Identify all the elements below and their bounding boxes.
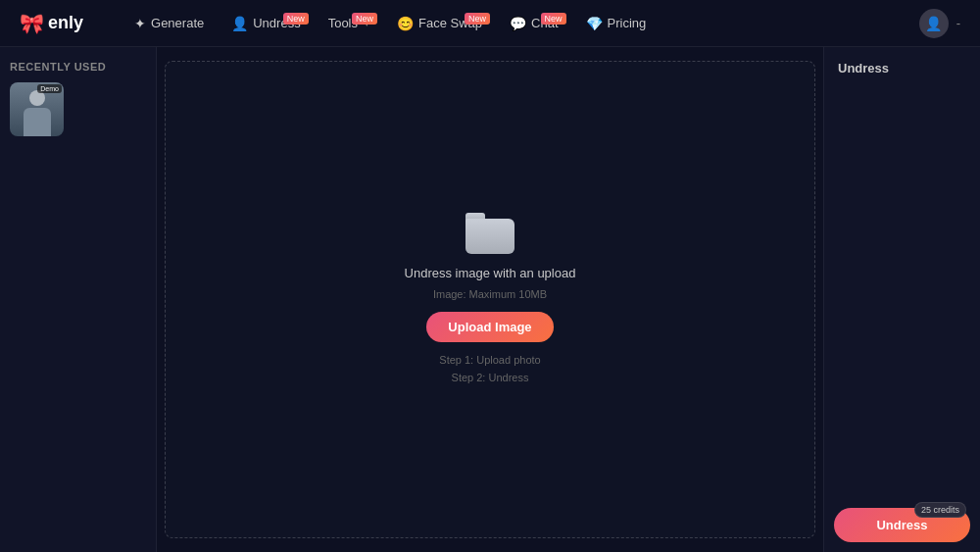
nav-generate[interactable]: ✦ Generate (122, 11, 216, 36)
avatar[interactable]: 👤 (919, 9, 949, 38)
sidebar: Recently used Demo (0, 47, 157, 552)
header-right: 👤 - (919, 9, 960, 38)
folder-icon (466, 213, 514, 254)
pricing-icon: 💎 (586, 16, 603, 31)
nav-generate-label: Generate (151, 16, 204, 30)
credits-badge: 25 credits (914, 502, 966, 518)
folder-body (466, 219, 514, 254)
recently-used-item[interactable]: Demo (10, 82, 64, 136)
recently-item-badge: Demo (37, 84, 62, 93)
nav-tools[interactable]: Tools ▾ New (317, 11, 381, 35)
nav-chat[interactable]: 💬 Chat New (498, 11, 569, 36)
upload-step1: Step 1: Upload photo (439, 354, 540, 366)
main-nav: ✦ Generate 👤 Undress New Tools ▾ New 😊 F… (122, 11, 919, 36)
nav-faceswap[interactable]: 😊 Face Swap New (385, 11, 494, 36)
upload-title: Undress image with an upload (405, 266, 576, 280)
undress-badge: New (283, 13, 309, 25)
upload-steps: Step 1: Upload photo Step 2: Undress (439, 352, 540, 386)
upload-content: Undress image with an upload Image: Maxi… (405, 213, 576, 386)
right-panel: Undress 25 credits Undress (823, 47, 980, 552)
header-dash: - (956, 16, 960, 30)
header: 🎀 enly ✦ Generate 👤 Undress New Tools ▾ … (0, 0, 980, 47)
faceswap-icon: 😊 (397, 16, 414, 31)
main-content: Recently used Demo Undress image with an… (0, 47, 980, 552)
undress-icon: 👤 (231, 16, 248, 31)
avatar-icon: 👤 (925, 16, 942, 31)
nav-pricing-label: Pricing (608, 16, 647, 30)
faceswap-badge: New (465, 13, 490, 25)
nav-undress[interactable]: 👤 Undress New (220, 11, 312, 36)
logo[interactable]: 🎀 enly (20, 12, 83, 35)
nav-pricing[interactable]: 💎 Pricing (574, 11, 659, 36)
upload-subtitle: Image: Maximum 10MB (433, 288, 547, 300)
sidebar-title: Recently used (10, 61, 146, 73)
upload-drop-zone[interactable]: Undress image with an upload Image: Maxi… (165, 61, 815, 538)
right-panel-title: Undress (824, 47, 980, 85)
logo-icon: 🎀 (20, 12, 44, 35)
chat-icon: 💬 (510, 16, 526, 31)
tools-badge: New (352, 13, 377, 25)
chat-badge: New (541, 13, 566, 25)
logo-text: enly (48, 13, 83, 33)
generate-icon: ✦ (134, 16, 146, 31)
undress-action-wrap: 25 credits Undress (824, 498, 980, 552)
upload-step2: Step 2: Undress (452, 372, 529, 383)
upload-image-button[interactable]: Upload Image (426, 312, 553, 342)
